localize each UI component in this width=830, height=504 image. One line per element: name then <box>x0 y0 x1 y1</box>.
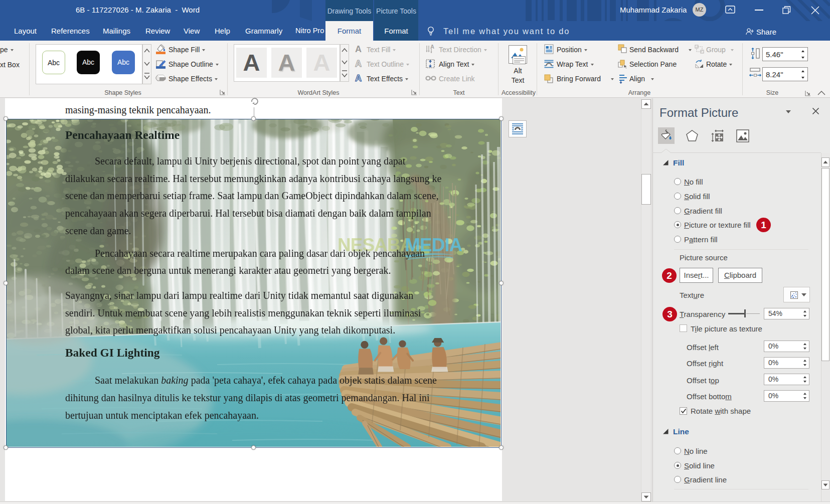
svg-text:A: A <box>430 45 434 50</box>
